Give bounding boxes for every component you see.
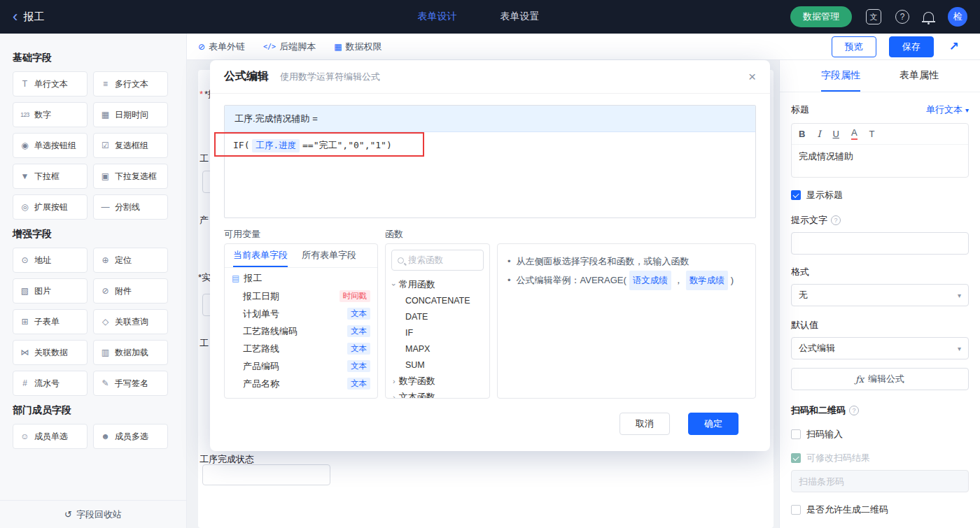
formula-edit-modal: 公式编辑 使用数学运算符编辑公式 × 工序.完成情况辅助 = IF(工序.进度=…	[210, 60, 770, 451]
app-title: 报工	[23, 10, 44, 24]
field-button-image[interactable]: ▧图片	[13, 278, 88, 304]
multi-select-icon: ▣	[100, 171, 111, 181]
field-button-radio-group[interactable]: ◉单选按钮组	[13, 133, 88, 158]
function-item[interactable]: IF	[386, 324, 489, 341]
field-button-location[interactable]: ⊕定位	[93, 248, 168, 273]
field-button-signature[interactable]: ✎手写签名	[93, 371, 168, 396]
function-search[interactable]	[391, 250, 484, 271]
font-size-button[interactable]: T	[869, 129, 875, 139]
function-group-math[interactable]: ›数学函数	[386, 373, 489, 389]
example-field-chip: 语文成绩	[629, 271, 671, 290]
variable-item[interactable]: 产品编码文本	[225, 357, 377, 375]
formula-input-area[interactable]: IF(工序.进度=="完工","0","1")	[225, 132, 755, 217]
field-button-linked-query[interactable]: ◇关联查询	[93, 309, 168, 334]
title-value-input[interactable]: 完成情况辅助	[792, 145, 968, 177]
data-manage-button[interactable]: 数据管理	[790, 6, 852, 27]
variable-tree-root[interactable]: ▤报工	[225, 269, 377, 287]
help-icon[interactable]: ?	[895, 10, 909, 24]
toolbar-item-data-permission[interactable]: ▦数据权限	[334, 41, 382, 53]
translate-icon[interactable]: 文	[866, 9, 881, 24]
tab-all-form-fields[interactable]: 所有表单字段	[302, 244, 356, 267]
default-value-select[interactable]: 公式编辑▾	[791, 337, 969, 359]
variable-item[interactable]: 计划单号文本	[225, 305, 377, 322]
share-icon[interactable]: ↗	[949, 39, 959, 54]
checkbox-unchecked-icon[interactable]	[791, 429, 801, 439]
underline-button[interactable]: U	[833, 129, 839, 139]
back-icon[interactable]: ‹	[13, 9, 18, 24]
field-button-data-load[interactable]: ▥数据加载	[93, 340, 168, 365]
field-button-serial-number[interactable]: #流水号	[13, 371, 88, 396]
field-type-dropdown[interactable]: 单行文本▾	[926, 104, 969, 116]
function-group-common[interactable]: ›常用函数	[386, 276, 489, 292]
properties-panel: 字段属性 表单属性 标题 单行文本▾ B I U A T 完成情况辅助 显示标题…	[779, 60, 980, 528]
field-button-multi-line-text[interactable]: ≡多行文本	[93, 71, 168, 97]
field-button-extend-button[interactable]: ◎扩展按钮	[13, 194, 88, 220]
field-button-datetime[interactable]: ▦日期时间	[93, 102, 168, 127]
function-item[interactable]: SUM	[386, 357, 489, 373]
field-recycle-bin[interactable]: ↺字段回收站	[0, 500, 186, 528]
tip-line-2: •公式编辑举例：AVERAGE(语文成绩，数学成绩)	[507, 271, 746, 290]
tab-form-design[interactable]: 表单设计	[418, 10, 457, 23]
show-title-checkbox-row[interactable]: 显示标题	[791, 189, 969, 201]
select-icon: ▼	[20, 171, 30, 181]
field-button-subform[interactable]: ⊞子表单	[13, 309, 88, 334]
tab-current-form-fields[interactable]: 当前表单字段	[233, 244, 288, 267]
variable-item[interactable]: 报工日期时间戳	[225, 287, 377, 305]
function-group-text[interactable]: ›文本函数	[386, 389, 489, 399]
field-button-address[interactable]: ⊙地址	[13, 248, 88, 273]
field-button-member-multi[interactable]: ☻成员多选	[93, 424, 168, 449]
allow-qr-checkbox-row[interactable]: 是否允许生成二维码	[791, 504, 969, 516]
recycle-icon: ↺	[64, 509, 72, 520]
field-button-linked-data[interactable]: ⋈关联数据	[13, 340, 88, 365]
italic-button[interactable]: I	[817, 129, 820, 139]
chevron-icon: ›	[393, 393, 396, 399]
variable-item[interactable]: 工艺路线编码文本	[225, 322, 377, 340]
bold-button[interactable]: B	[799, 129, 805, 139]
variable-item[interactable]: 工艺路线文本	[225, 340, 377, 357]
preview-button[interactable]: 预览	[832, 36, 876, 57]
font-color-button[interactable]: A	[851, 128, 858, 139]
field-button-select[interactable]: ▼下拉框	[13, 164, 88, 189]
close-icon[interactable]: ×	[748, 70, 756, 83]
multi-line-text-icon: ≡	[100, 79, 111, 89]
function-search-input[interactable]	[408, 255, 477, 265]
help-tooltip-icon[interactable]: ?	[849, 406, 859, 415]
hint-input[interactable]	[791, 232, 969, 255]
confirm-button[interactable]: 确定	[688, 413, 738, 435]
field-button-attachment[interactable]: ⊘附件	[93, 278, 168, 304]
save-button[interactable]: 保存	[889, 36, 934, 57]
bullet-icon: •	[507, 256, 511, 266]
field-button-single-line-text[interactable]: T单行文本	[13, 71, 88, 97]
field-button-member-single[interactable]: ☺成员单选	[13, 424, 88, 449]
toolbar-item-backend-script[interactable]: </>后端脚本	[263, 41, 316, 53]
tab-form-properties[interactable]: 表单属性	[899, 60, 939, 92]
scan-barcode-input	[791, 470, 969, 492]
scan-editable-checkbox-row[interactable]: 可修改扫码结果	[791, 452, 969, 464]
variables-section-label: 可用变量	[224, 228, 378, 243]
field-button-number[interactable]: 123数字	[13, 102, 88, 127]
function-item[interactable]: DATE	[386, 308, 489, 324]
edit-formula-button[interactable]: ƒx编辑公式	[791, 368, 969, 390]
checkbox-group-icon: ☑	[100, 141, 111, 150]
help-tooltip-icon[interactable]: ?	[831, 215, 841, 225]
variable-item[interactable]: 产品名称文本	[225, 375, 377, 392]
location-icon: ⊕	[100, 255, 111, 265]
field-button-checkbox-group[interactable]: ☑复选框组	[93, 133, 168, 158]
field-button-divider[interactable]: —分割线	[93, 194, 168, 220]
notification-bell-icon[interactable]	[923, 13, 934, 21]
title-editor: B I U A T 完成情况辅助	[791, 123, 969, 178]
toolbar-item-external-link[interactable]: ⊘表单外链	[198, 41, 245, 53]
field-button-multi-select[interactable]: ▣下拉复选框	[93, 164, 168, 189]
function-item[interactable]: CONCATENATE	[386, 292, 489, 308]
format-select[interactable]: 无▾	[791, 284, 969, 306]
function-item[interactable]: MAPX	[386, 341, 489, 357]
tab-form-settings[interactable]: 表单设置	[500, 10, 540, 23]
checkbox-unchecked-icon[interactable]	[791, 505, 801, 515]
process-status-input[interactable]	[202, 464, 330, 485]
scan-input-checkbox-row[interactable]: 扫码输入	[791, 428, 969, 441]
section-title-basic-fields: 基础字段	[13, 52, 174, 64]
avatar[interactable]: 检	[948, 7, 967, 27]
checkbox-checked-icon[interactable]	[791, 190, 801, 200]
tab-field-properties[interactable]: 字段属性	[821, 60, 860, 92]
cancel-button[interactable]: 取消	[620, 413, 670, 435]
